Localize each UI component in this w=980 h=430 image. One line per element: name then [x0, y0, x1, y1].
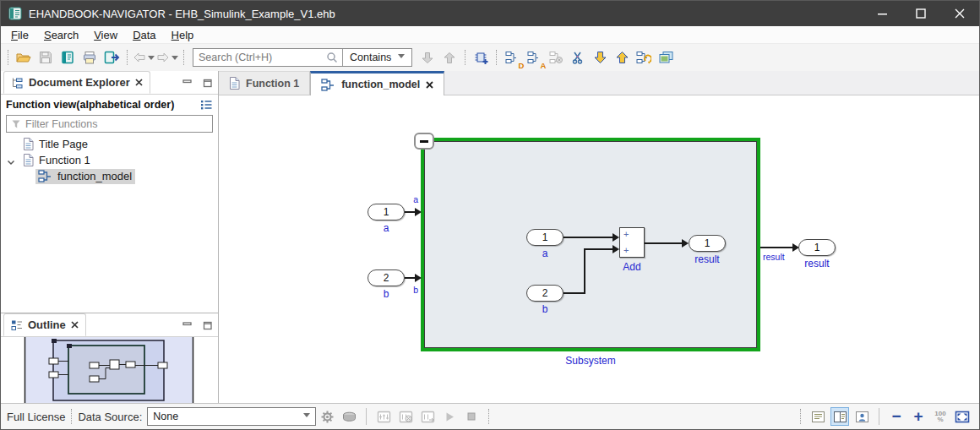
- filter-functions-input[interactable]: [25, 118, 208, 130]
- port-number: 1: [814, 242, 820, 253]
- inner-inport-block-b[interactable]: 2: [526, 285, 564, 302]
- measurement-grid-icon[interactable]: [374, 407, 393, 426]
- tab-function-model[interactable]: function_model: [310, 71, 444, 95]
- inner-outport-label: result: [680, 253, 734, 265]
- search-input[interactable]: [193, 52, 322, 63]
- zoom-out-button[interactable]: −: [887, 407, 906, 426]
- panel-maximize-icon[interactable]: [203, 318, 213, 334]
- data-source-dropdown[interactable]: None: [147, 407, 316, 426]
- outline-tab-label: Outline: [28, 318, 66, 331]
- chevron-expanded-icon[interactable]: [7, 156, 15, 169]
- inport-block-b[interactable]: 2: [368, 269, 405, 286]
- panel-minimize-icon[interactable]: [182, 76, 193, 91]
- settings-gear-icon[interactable]: [318, 407, 336, 426]
- export-up-icon[interactable]: [612, 47, 632, 68]
- tree-item-label: Title Page: [39, 138, 88, 150]
- tab-function-1[interactable]: Function 1: [219, 71, 310, 95]
- fit-to-view-icon[interactable]: [953, 407, 972, 426]
- document-icon: [23, 138, 34, 150]
- add-block[interactable]: + +: [619, 227, 645, 258]
- separator: [488, 409, 489, 424]
- separator: [71, 409, 72, 424]
- menu-data[interactable]: Data: [125, 28, 163, 42]
- plus-operator: +: [623, 246, 629, 254]
- document-explorer-tab-label: Document Explorer: [29, 76, 130, 89]
- model-icon: [321, 79, 335, 91]
- zoom-in-label: +: [913, 409, 923, 424]
- outline-tab[interactable]: Outline: [3, 313, 86, 336]
- open-handbook-icon[interactable]: [14, 47, 34, 68]
- maximize-button[interactable]: [901, 1, 940, 26]
- search-mode-dropdown[interactable]: Contains: [342, 49, 411, 66]
- close-icon[interactable]: [71, 321, 79, 329]
- zoom-in-button[interactable]: +: [909, 407, 928, 426]
- search-previous-icon[interactable]: [439, 47, 460, 68]
- port-number: 1: [542, 231, 548, 243]
- zoom-100-button[interactable]: 100%: [931, 407, 950, 426]
- handbook-info-icon[interactable]: [57, 47, 78, 68]
- navigate-back-icon[interactable]: [133, 47, 155, 68]
- menu-file[interactable]: File: [3, 28, 36, 42]
- document-explorer-tab[interactable]: Document Explorer: [3, 71, 150, 94]
- back-dropdown-icon[interactable]: [148, 56, 155, 63]
- model-remove-data-icon[interactable]: [546, 47, 566, 68]
- add-model-icon[interactable]: [471, 47, 491, 68]
- measurement-remove-icon[interactable]: [396, 407, 415, 426]
- navigate-forward-icon[interactable]: [156, 47, 178, 68]
- tree-item-title-page[interactable]: Title Page: [1, 136, 218, 152]
- inport-block-a[interactable]: 1: [368, 204, 405, 220]
- import-down-icon[interactable]: [590, 47, 610, 68]
- play-icon[interactable]: [440, 407, 459, 426]
- data-source-disc-icon[interactable]: [340, 407, 358, 426]
- minimize-button[interactable]: [863, 1, 901, 26]
- menu-help[interactable]: Help: [164, 28, 202, 42]
- filter-functions-box: [6, 115, 213, 133]
- view-menu-icon[interactable]: [200, 100, 213, 110]
- print-icon[interactable]: [79, 47, 100, 68]
- arrowhead-icon: [415, 208, 422, 216]
- data-source-value: None: [153, 411, 302, 422]
- menu-search[interactable]: Search: [36, 28, 86, 42]
- arrowhead-icon: [682, 239, 689, 248]
- toolbar-separator: [183, 50, 184, 65]
- outport-block-result[interactable]: 1: [798, 239, 836, 256]
- tree-item-function-1[interactable]: Function 1: [1, 152, 218, 168]
- measurement-assign-icon[interactable]: [418, 407, 437, 426]
- subsystem-collapse-button[interactable]: [414, 133, 434, 150]
- open-new-window-icon[interactable]: [656, 47, 676, 68]
- split-view-icon[interactable]: [830, 407, 849, 426]
- inner-inport-b-label: b: [526, 303, 564, 315]
- outline-icon: [11, 319, 23, 331]
- model-dcm-icon[interactable]: D: [502, 47, 522, 68]
- stop-icon[interactable]: [462, 407, 481, 426]
- menu-view[interactable]: View: [86, 28, 125, 42]
- search-next-icon[interactable]: [417, 47, 438, 68]
- inner-inport-a-label: a: [526, 248, 564, 259]
- model-a2l-icon[interactable]: A: [524, 47, 544, 68]
- forward-dropdown-icon[interactable]: [172, 56, 178, 63]
- tree-item-label: Function 1: [39, 154, 90, 166]
- save-icon[interactable]: [35, 47, 56, 68]
- search-box: Contains: [193, 48, 412, 67]
- panel-minimize-icon[interactable]: [182, 318, 193, 334]
- inner-inport-block-a[interactable]: 1: [526, 229, 564, 246]
- close-button[interactable]: [940, 1, 979, 26]
- document-explorer-panel: Document Explorer Function view(alphabet…: [1, 71, 218, 313]
- close-icon[interactable]: [135, 79, 143, 86]
- single-page-view-icon[interactable]: [808, 407, 827, 426]
- model-refresh-icon[interactable]: [634, 47, 654, 68]
- window-title: EHANDBOOK-NAVIGATOR - EHB_Simulink_Examp…: [29, 8, 335, 20]
- panel-maximize-icon[interactable]: [203, 76, 213, 91]
- close-icon[interactable]: [426, 81, 433, 89]
- inner-outport-block-result[interactable]: 1: [689, 235, 726, 252]
- zoom-percent-sign: %: [937, 416, 943, 423]
- person-view-icon[interactable]: [852, 407, 871, 426]
- outport-result-label: result: [790, 258, 844, 269]
- close-handbook-icon[interactable]: [101, 47, 122, 68]
- tree-item-function-model[interactable]: function_model: [1, 168, 218, 184]
- status-bar: Full License Data Source: None: [1, 403, 979, 429]
- outline-thumbnail[interactable]: [1, 337, 218, 403]
- model-canvas[interactable]: Subsystem 1 a a 2 b b 1 a 2: [219, 95, 979, 403]
- search-mode-value: Contains: [350, 52, 391, 63]
- model-cut-icon[interactable]: [568, 47, 588, 68]
